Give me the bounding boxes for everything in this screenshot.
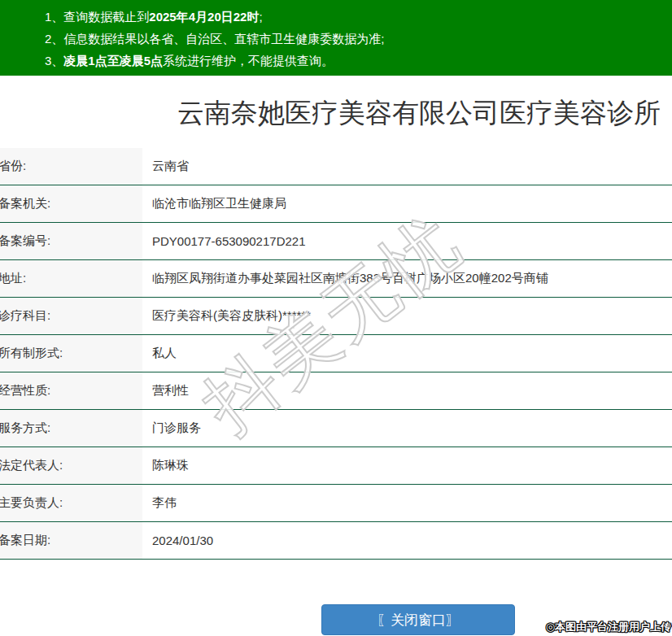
notice-1-text: 1、查询数据截止到 [45,10,149,24]
table-row-legal-representative: 法定代表人: 陈琳珠 [0,447,672,485]
table-row-filing-number: 备案编号: PDY00177-653090217D221 [0,223,672,260]
page-title: 云南奈她医疗美容有限公司医疗美容诊所 [166,96,672,132]
notice-2-text: 2、信息数据结果以各省、自治区、直辖市卫生健康委数据为准; [45,32,385,46]
table-row-business-nature: 经营性质: 营利性 [0,372,672,410]
row-label: 备案日期: [0,522,142,559]
row-label: 备案编号: [0,223,142,259]
row-value: 私人 [142,335,177,372]
notice-1-post: ; [259,10,262,24]
row-value: 门诊服务 [142,410,201,447]
row-value: 营利性 [142,372,189,409]
row-label: 主要负责人: [0,485,142,521]
notice-3-post: 系统进行维护，不能提供查询。 [163,54,334,68]
row-value: 李伟 [142,485,177,521]
row-value: 临沧市临翔区卫生健康局 [142,185,286,222]
table-row-address: 地址: 临翔区凤翔街道办事处菜园社区南塘街383号百树广场小区20幢202号商铺 [0,260,672,298]
row-label: 所有制形式: [0,335,142,372]
notice-line-2: 2、信息数据结果以各省、自治区、直辖市卫生健康委数据为准; [45,28,664,50]
row-label: 经营性质: [0,372,142,409]
notice-3-bold: 凌晨1点至凌晨5点 [63,54,163,68]
record-table: 省份: 云南省 备案机关: 临沧市临翔区卫生健康局 备案编号: PDY00177… [0,148,672,560]
row-label: 服务方式: [0,410,142,447]
row-value: 云南省 [142,148,189,185]
table-row-province: 省份: 云南省 [0,148,672,185]
table-row-main-person-in-charge: 主要负责人: 李伟 [0,485,672,522]
table-row-treatment-subjects: 诊疗科目: 医疗美容科(美容皮肤科)****** [0,298,672,335]
table-row-ownership-form: 所有制形式: 私人 [0,335,672,372]
notice-1-bold: 2025年4月20日22时 [149,10,259,24]
table-row-service-mode: 服务方式: 门诊服务 [0,410,672,447]
notice-3-text: 3、 [45,54,63,68]
row-value: 陈琳珠 [142,447,189,484]
row-label: 地址: [0,260,142,297]
table-row-filing-date: 备案日期: 2024/01/30 [0,522,672,560]
row-label: 备案机关: [0,185,142,222]
notice-line-3: 3、凌晨1点至凌晨5点系统进行维护，不能提供查询。 [45,50,664,72]
notice-line-1: 1、查询数据截止到2025年4月20日22时; [45,6,664,28]
row-value: PDY00177-653090217D221 [142,223,306,259]
image-upload-note: ◎本图由平台注册用户上传 [546,620,671,634]
row-value: 2024/01/30 [142,522,213,559]
table-row-filing-authority: 备案机关: 临沧市临翔区卫生健康局 [0,185,672,223]
row-label: 法定代表人: [0,447,142,484]
row-value: 临翔区凤翔街道办事处菜园社区南塘街383号百树广场小区20幢202号商铺 [142,260,548,297]
row-label: 省份: [0,148,142,185]
notice-banner: 1、查询数据截止到2025年4月20日22时; 2、信息数据结果以各省、自治区、… [0,0,672,76]
row-label: 诊疗科目: [0,298,142,334]
row-value: 医疗美容科(美容皮肤科)****** [142,298,311,334]
close-window-button[interactable]: 〖关闭窗口〗 [321,604,515,635]
